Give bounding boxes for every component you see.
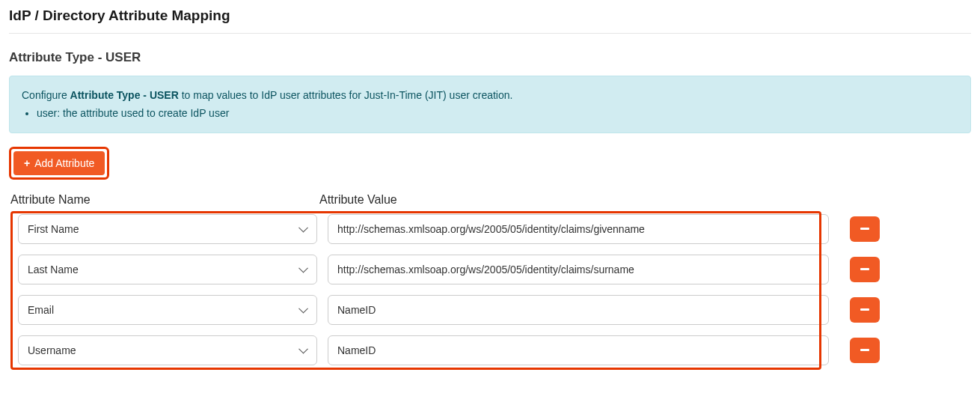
attribute-value-input[interactable]	[328, 335, 829, 365]
info-box: Configure Attribute Type - USER to map v…	[9, 76, 971, 133]
attribute-name-select[interactable]: First NameLast NameEmailUsername	[18, 335, 317, 365]
remove-row-button[interactable]	[850, 338, 880, 363]
attribute-name-select-wrap: First NameLast NameEmailUsername	[18, 214, 317, 244]
minus-icon	[860, 268, 869, 270]
remove-row-button[interactable]	[850, 216, 880, 242]
column-header-name: Attribute Name	[9, 193, 319, 207]
attribute-name-select[interactable]: First NameLast NameEmailUsername	[18, 295, 317, 325]
attribute-rows: First NameLast NameEmailUsername First N…	[9, 214, 971, 365]
attribute-row: First NameLast NameEmailUsername	[9, 295, 971, 325]
attribute-name-select-wrap: First NameLast NameEmailUsername	[18, 295, 317, 325]
attribute-name-select-wrap: First NameLast NameEmailUsername	[18, 255, 317, 284]
attribute-name-select[interactable]: First NameLast NameEmailUsername	[18, 255, 317, 284]
attribute-value-input[interactable]	[328, 295, 829, 325]
attribute-name-select[interactable]: First NameLast NameEmailUsername	[18, 214, 317, 244]
attribute-value-input[interactable]	[328, 214, 829, 244]
add-button-highlight: + Add Attribute	[9, 147, 109, 180]
remove-row-button[interactable]	[850, 257, 880, 282]
info-text-bold: Attribute Type - USER	[70, 89, 179, 101]
minus-icon	[860, 228, 869, 230]
attribute-row: First NameLast NameEmailUsername	[9, 335, 971, 365]
remove-row-button[interactable]	[850, 297, 880, 323]
page-title: IdP / Directory Attribute Mapping	[9, 7, 971, 34]
attribute-value-input[interactable]	[328, 255, 829, 284]
add-attribute-label: Add Attribute	[34, 157, 94, 169]
info-text-prefix: Configure	[22, 89, 70, 101]
attribute-row: First NameLast NameEmailUsername	[9, 255, 971, 284]
section-title: Attribute Type - USER	[9, 50, 971, 65]
minus-icon	[860, 308, 869, 311]
column-header-value: Attribute Value	[319, 193, 397, 207]
attribute-row: First NameLast NameEmailUsername	[9, 214, 971, 244]
plus-icon: +	[24, 157, 30, 169]
add-attribute-button[interactable]: + Add Attribute	[13, 151, 105, 175]
info-bullet: user: the attribute used to create IdP u…	[37, 105, 958, 121]
attribute-name-select-wrap: First NameLast NameEmailUsername	[18, 335, 317, 365]
info-text-suffix: to map values to IdP user attributes for…	[179, 89, 513, 101]
minus-icon	[860, 349, 869, 351]
